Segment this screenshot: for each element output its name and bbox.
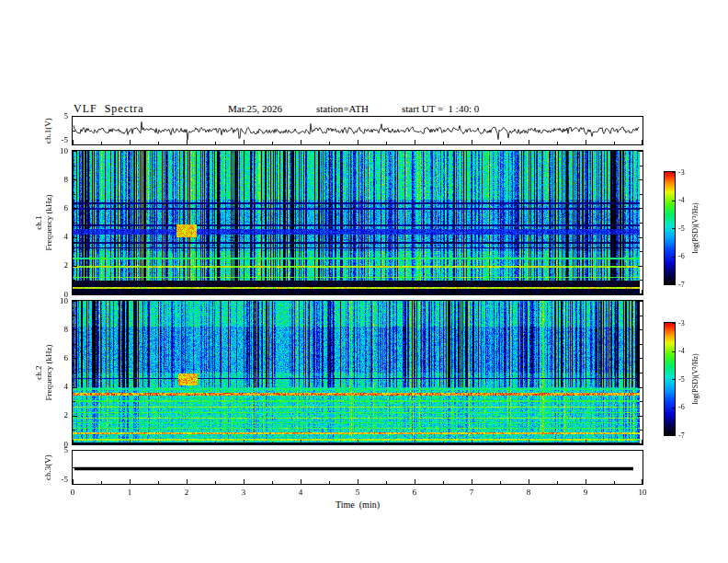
time-axis-tick bbox=[358, 440, 358, 444]
freq-axis-tick bbox=[73, 316, 75, 316]
colorbar-tick-label: -3 bbox=[678, 169, 685, 177]
time-axis-tick bbox=[529, 440, 529, 444]
volt-tick-label: -5 bbox=[53, 476, 68, 484]
freq-tick-label: 8 bbox=[53, 176, 68, 184]
freq-axis-tick bbox=[638, 151, 643, 152]
time-axis-tick bbox=[358, 479, 358, 484]
time-axis-tick bbox=[101, 442, 102, 444]
freq-axis-tick bbox=[640, 316, 643, 316]
date-label: Mar.25, 2026 bbox=[228, 104, 282, 114]
time-tick-label: 2 bbox=[182, 488, 191, 497]
time-axis-tick bbox=[301, 479, 301, 484]
time-axis-tick bbox=[415, 140, 415, 144]
colorbar-tick-label: -6 bbox=[678, 253, 685, 260]
time-axis-tick bbox=[500, 292, 501, 294]
volt-tick-label: 5 bbox=[53, 112, 68, 121]
colorbar-tick-label: -3 bbox=[678, 320, 685, 327]
time-axis-tick bbox=[642, 140, 643, 144]
time-axis-label: Time (min) bbox=[72, 500, 643, 510]
time-tick-label: 6 bbox=[410, 488, 419, 497]
ch2-spectrogram-panel bbox=[72, 300, 643, 445]
time-axis-tick bbox=[557, 292, 558, 294]
time-axis-tick bbox=[642, 440, 643, 444]
figure-title: VLF Spectra bbox=[74, 103, 144, 114]
time-axis-tick bbox=[187, 479, 188, 484]
freq-axis-tick bbox=[638, 237, 643, 238]
colorbar-tick-label: -5 bbox=[678, 225, 685, 233]
colorbar-tick-label: -4 bbox=[678, 197, 685, 204]
ch3-voltage-axis-label: ch.3(V) bbox=[43, 454, 53, 480]
freq-axis-tick bbox=[640, 166, 643, 167]
freq-axis-tick bbox=[73, 373, 75, 373]
station-label: station=ATH bbox=[316, 104, 369, 114]
freq-axis-tick bbox=[73, 329, 77, 330]
time-axis-tick bbox=[244, 290, 245, 294]
freq-axis-tick bbox=[73, 194, 75, 195]
ch1-voltage-axis-label: ch.1(V) bbox=[43, 118, 53, 144]
time-axis-tick bbox=[443, 292, 444, 294]
freq-axis-tick bbox=[638, 416, 643, 417]
time-tick-label: 8 bbox=[524, 488, 533, 497]
ch2-frequency-axis-label: ch.2 Frequency (kHz) bbox=[34, 344, 54, 400]
time-axis-tick bbox=[443, 442, 444, 444]
time-axis-tick bbox=[329, 292, 330, 294]
volt-tick-label: -5 bbox=[53, 136, 68, 144]
freq-axis-tick bbox=[73, 280, 75, 281]
volt-axis-tick bbox=[73, 467, 75, 468]
freq-axis-tick bbox=[73, 223, 75, 224]
time-axis-tick bbox=[73, 140, 74, 144]
colorbar-tick-label: -7 bbox=[678, 282, 685, 289]
time-axis-tick bbox=[415, 290, 415, 294]
time-axis-tick bbox=[529, 290, 529, 294]
freq-tick-label: 10 bbox=[53, 297, 68, 305]
time-axis-tick bbox=[386, 481, 387, 484]
time-axis-tick bbox=[557, 481, 558, 484]
colorbar-tick bbox=[672, 408, 675, 408]
freq-tick-label: 4 bbox=[53, 233, 68, 241]
time-axis-tick bbox=[614, 442, 615, 444]
colorbar-tick bbox=[672, 283, 675, 284]
time-axis-tick bbox=[500, 481, 501, 484]
time-axis-tick bbox=[472, 290, 472, 294]
time-axis-tick bbox=[358, 290, 358, 294]
time-axis-tick bbox=[529, 479, 529, 484]
time-axis-tick bbox=[614, 481, 615, 484]
time-axis-tick bbox=[472, 479, 472, 484]
colorbar-tick bbox=[672, 379, 675, 380]
vlf-spectra-figure: VLF Spectra Mar.25, 2026 station=ATH sta… bbox=[0, 0, 728, 563]
freq-tick-label: 10 bbox=[53, 147, 68, 155]
time-tick-label: 10 bbox=[638, 488, 647, 497]
time-axis-tick bbox=[329, 142, 330, 144]
time-axis-tick bbox=[158, 442, 159, 444]
time-tick-label: 7 bbox=[467, 488, 476, 497]
time-axis-tick bbox=[301, 290, 301, 294]
time-axis-tick bbox=[642, 479, 643, 484]
ch1-spectrogram-panel bbox=[72, 150, 643, 295]
time-axis-tick bbox=[158, 142, 159, 144]
ch1-frequency-axis-label: ch.1 Frequency (kHz) bbox=[34, 194, 54, 250]
time-axis-tick bbox=[130, 440, 131, 444]
time-tick-label: 3 bbox=[239, 488, 248, 497]
time-tick-label: 1 bbox=[125, 488, 134, 497]
time-axis-tick bbox=[586, 440, 586, 444]
time-axis-tick bbox=[415, 479, 415, 484]
time-axis-tick bbox=[101, 142, 102, 144]
freq-axis-tick bbox=[73, 266, 77, 267]
time-axis-tick bbox=[443, 481, 444, 484]
freq-axis-tick bbox=[73, 251, 75, 252]
freq-axis-tick bbox=[640, 430, 643, 431]
time-axis-tick bbox=[614, 292, 615, 294]
time-axis-tick bbox=[500, 142, 501, 144]
time-tick-label: 4 bbox=[296, 488, 305, 497]
time-axis-tick bbox=[187, 140, 188, 144]
time-tick-label: 5 bbox=[353, 488, 362, 497]
freq-axis-tick bbox=[73, 387, 77, 388]
freq-axis-tick bbox=[638, 266, 643, 267]
ch2-spec-frequency-label: Frequency (kHz) bbox=[44, 344, 54, 400]
colorbar-tick bbox=[672, 434, 675, 435]
freq-axis-tick bbox=[73, 179, 77, 180]
ch2-colorbar-label: log(PSD)(V²/Hz) bbox=[691, 353, 700, 404]
time-axis-tick bbox=[187, 290, 188, 294]
time-tick-label: 0 bbox=[68, 488, 77, 497]
freq-tick-label: 6 bbox=[53, 204, 68, 213]
